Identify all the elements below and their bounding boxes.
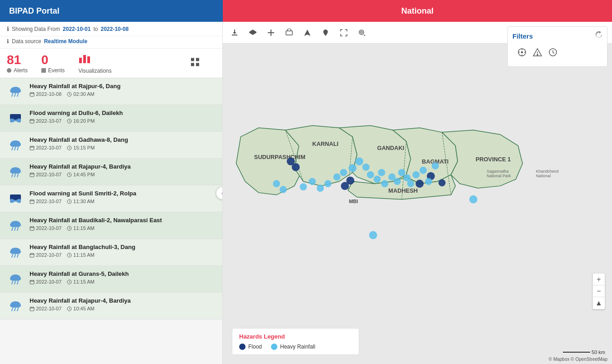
rainfall-marker[interactable] (431, 162, 439, 170)
rainfall-marker[interactable] (324, 180, 331, 187)
svg-line-55 (12, 228, 13, 230)
rainfall-marker[interactable] (367, 171, 374, 179)
rainfall-marker[interactable] (407, 180, 414, 187)
search-circle-button[interactable] (355, 25, 369, 40)
svg-rect-58 (30, 227, 34, 230)
rainfall-marker[interactable] (398, 169, 406, 176)
rainfall-marker[interactable] (317, 184, 324, 192)
rainfall-marker[interactable] (355, 157, 363, 165)
reset-bearing-button[interactable]: ▲ (593, 297, 605, 309)
rainfall-marker[interactable] (300, 183, 307, 190)
marker-button[interactable] (318, 25, 333, 40)
alert-item[interactable]: Flood warning at Dullu-6, Dailekh 2022-1… (0, 105, 222, 132)
rainfall-legend-dot (271, 344, 277, 350)
rainfall-marker[interactable] (412, 171, 420, 179)
alert-date: 2022-10-07 (30, 172, 61, 177)
rainfall-marker[interactable] (309, 178, 316, 185)
alert-item[interactable]: Heavy Rainfall at Rajapur-4, Bardiya 202… (0, 293, 222, 319)
alerts-stat[interactable]: 81 Alerts (7, 53, 28, 74)
svg-point-76 (15, 276, 21, 281)
rainfall-marker[interactable] (420, 167, 427, 174)
alerts-list: Heavy Rainfall at Rajpur-6, Dang 2022-10… (0, 78, 222, 364)
alert-item[interactable]: Heavy Rainfall at Baudikali-2, Nawalpara… (0, 212, 222, 239)
legend-items: Flood Heavy Rainfall (239, 344, 352, 350)
rainfall-marker[interactable] (425, 178, 432, 185)
svg-line-90 (17, 308, 18, 311)
alert-content: Heavy Rainfall at Rajapur-4, Bardiya 202… (30, 163, 216, 177)
rainfall-marker[interactable] (362, 164, 370, 171)
viz-stat[interactable]: Visualizations (78, 52, 111, 74)
flood-marker[interactable] (346, 176, 355, 184)
alert-item[interactable]: Heavy Rainfall at Gurans-5, Dailekh 2022… (0, 266, 222, 293)
alert-type-icon (7, 190, 24, 207)
rainfall-marker[interactable] (280, 186, 287, 193)
svg-text:MBI: MBI (349, 199, 358, 204)
grid-icon[interactable] (191, 58, 200, 69)
fullscreen-button[interactable] (336, 25, 351, 40)
events-stat[interactable]: 0 Events (41, 53, 65, 74)
rainfall-marker[interactable] (469, 195, 477, 204)
map-area: EN Filters (223, 22, 612, 364)
flood-marker[interactable] (292, 163, 300, 171)
alert-time: 16:20 PM (67, 118, 95, 124)
alert-item[interactable]: Heavy Rainfall at Banglachuli-3, Dang 20… (0, 239, 222, 266)
filter-time-icon[interactable] (548, 47, 558, 60)
alert-content: Heavy Rainfall at Gadhawa-8, Dang 2022-1… (30, 136, 216, 150)
flood-marker[interactable] (416, 180, 424, 188)
svg-line-27 (12, 147, 13, 150)
map-container: SUDURPASHCHIM KARNALI GANDAKI BAGMATI MA… (223, 44, 612, 364)
svg-point-87 (15, 303, 21, 308)
alert-item[interactable]: Heavy Rainfall at Gadhawa-8, Dang 2022-1… (0, 132, 222, 159)
svg-rect-80 (30, 280, 34, 284)
rainfall-marker[interactable] (333, 174, 341, 181)
alert-date: 2022-10-07 (30, 252, 61, 258)
svg-rect-96 (286, 31, 292, 35)
rainfall-marker[interactable] (374, 176, 381, 183)
flood-marker[interactable] (438, 179, 446, 186)
alert-item[interactable]: Flood warning at Sunil Smriti-2, Rolpa 2… (0, 185, 222, 212)
alert-meta: 2022-10-07 15:15 PM (30, 145, 216, 150)
rainfall-marker[interactable] (273, 180, 280, 187)
alert-title: Heavy Rainfall at Rajpur-6, Dang (30, 83, 216, 90)
rainfall-marker[interactable] (340, 169, 347, 176)
zoom-out-button[interactable]: − (593, 285, 605, 297)
alert-date: 2022-10-07 (30, 279, 61, 284)
alert-item[interactable]: Heavy Rainfall at Rajpur-6, Dang 2022-10… (0, 78, 222, 105)
events-square (41, 68, 46, 73)
add-button[interactable] (264, 25, 278, 40)
alert-date: 2022-10-07 (30, 306, 61, 311)
svg-line-39 (15, 174, 15, 177)
svg-line-77 (12, 281, 13, 284)
page-title: National (223, 0, 612, 22)
zoom-in-button[interactable]: + (593, 274, 605, 285)
svg-point-26 (15, 142, 21, 147)
alert-meta: 2022-10-07 11:15 AM (30, 252, 216, 258)
rainfall-marker[interactable] (369, 231, 377, 239)
alert-meta: 2022-10-07 16:20 PM (30, 118, 216, 124)
rainfall-marker[interactable] (378, 169, 385, 176)
alert-time: 11:15 AM (67, 279, 94, 284)
svg-text:National: National (536, 174, 551, 178)
rainfall-marker[interactable] (381, 180, 388, 187)
layers-button[interactable] (246, 25, 260, 40)
alert-item[interactable]: Heavy Rainfall at Rajapur-4, Bardiya 202… (0, 159, 222, 185)
legend-rainfall: Heavy Rainfall (271, 344, 315, 350)
svg-rect-1 (83, 55, 86, 63)
filter-location-icon[interactable] (517, 47, 527, 60)
rainfall-marker[interactable] (348, 164, 356, 172)
rainfall-marker[interactable] (394, 178, 401, 185)
filter-hazard-icon[interactable] (532, 47, 542, 60)
map-scale: 50 km (563, 349, 605, 355)
filters-refresh-button[interactable] (595, 31, 602, 40)
location-box-button[interactable] (282, 25, 296, 40)
svg-line-68 (17, 254, 18, 257)
svg-point-9 (15, 89, 21, 93)
download-button[interactable] (227, 25, 242, 40)
alert-date: 2022-10-08 (30, 91, 61, 97)
alert-time: 15:15 PM (67, 145, 95, 150)
alert-content: Flood warning at Sunil Smriti-2, Rolpa 2… (30, 190, 216, 204)
alert-title: Heavy Rainfall at Baudikali-2, Nawalpara… (30, 217, 216, 224)
navigate-button[interactable] (300, 25, 315, 40)
svg-rect-3 (191, 58, 194, 61)
viz-icon (78, 52, 91, 68)
